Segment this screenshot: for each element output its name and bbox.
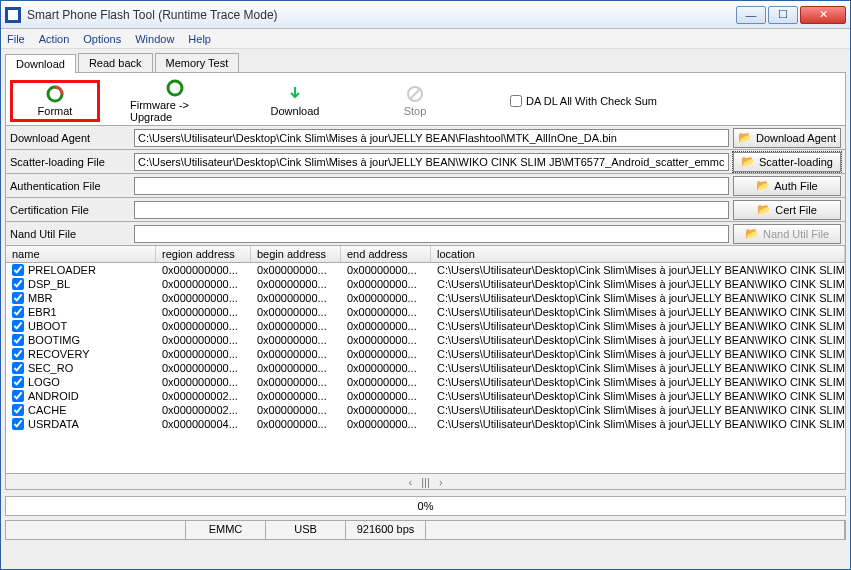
row-checkbox[interactable] [12, 348, 24, 360]
row-checkbox[interactable] [12, 334, 24, 346]
svg-line-5 [410, 89, 420, 99]
nand-button: 📂Nand Util File [733, 224, 841, 244]
row-name: CACHE [28, 404, 67, 416]
table-row[interactable]: PRELOADER 0x000000000... 0x00000000... 0… [6, 263, 845, 277]
stop-label: Stop [404, 105, 427, 117]
nand-label: Nand Util File [6, 228, 134, 240]
table-row[interactable]: EBR1 0x000000000... 0x00000000... 0x0000… [6, 305, 845, 319]
row-checkbox[interactable] [12, 320, 24, 332]
row-checkbox[interactable] [12, 418, 24, 430]
table-row[interactable]: UBOOT 0x000000000... 0x00000000... 0x000… [6, 319, 845, 333]
download-label: Download [271, 105, 320, 117]
da-input[interactable] [134, 129, 729, 147]
col-region[interactable]: region address [156, 246, 251, 262]
row-name: MBR [28, 292, 52, 304]
col-name[interactable]: name [6, 246, 156, 262]
row-checkbox[interactable] [12, 376, 24, 388]
download-button[interactable]: Download [250, 85, 340, 117]
col-end[interactable]: end address [341, 246, 431, 262]
row-location: C:\Users\Utilisateur\Desktop\Cink Slim\M… [431, 362, 845, 374]
table-row[interactable]: MBR 0x000000000... 0x00000000... 0x00000… [6, 291, 845, 305]
row-end: 0x00000000... [341, 348, 431, 360]
row-region: 0x000000000... [156, 264, 251, 276]
row-name: DSP_BL [28, 278, 70, 290]
nand-input[interactable] [134, 225, 729, 243]
row-name: BOOTIMG [28, 334, 80, 346]
row-checkbox[interactable] [12, 292, 24, 304]
row-location: C:\Users\Utilisateur\Desktop\Cink Slim\M… [431, 264, 845, 276]
tab-memorytest[interactable]: Memory Test [155, 53, 240, 72]
format-icon [46, 85, 64, 103]
row-location: C:\Users\Utilisateur\Desktop\Cink Slim\M… [431, 418, 845, 430]
row-name: EBR1 [28, 306, 57, 318]
row-end: 0x00000000... [341, 278, 431, 290]
row-checkbox[interactable] [12, 390, 24, 402]
tab-readback[interactable]: Read back [78, 53, 153, 72]
row-location: C:\Users\Utilisateur\Desktop\Cink Slim\M… [431, 292, 845, 304]
format-button[interactable]: Format [10, 80, 100, 122]
auth-button[interactable]: 📂Auth File [733, 176, 841, 196]
app-icon [5, 7, 21, 23]
row-begin: 0x00000000... [251, 376, 341, 388]
table-row[interactable]: DSP_BL 0x000000000... 0x00000000... 0x00… [6, 277, 845, 291]
row-name: UBOOT [28, 320, 67, 332]
upgrade-button[interactable]: Firmware -> Upgrade [130, 79, 220, 123]
stop-button[interactable]: Stop [370, 85, 460, 117]
row-location: C:\Users\Utilisateur\Desktop\Cink Slim\M… [431, 320, 845, 332]
row-region: 0x000000004... [156, 418, 251, 430]
auth-input[interactable] [134, 177, 729, 195]
scatter-input[interactable] [134, 153, 729, 171]
menu-file[interactable]: File [7, 33, 25, 45]
table-row[interactable]: LOGO 0x000000000... 0x00000000... 0x0000… [6, 375, 845, 389]
close-button[interactable]: ✕ [800, 6, 846, 24]
da-label: Download Agent [6, 132, 134, 144]
checksum-checkbox[interactable] [510, 95, 522, 107]
hscrollbar[interactable]: ‹ ||| › [5, 474, 846, 490]
minimize-button[interactable]: — [736, 6, 766, 24]
tab-download[interactable]: Download [5, 54, 76, 73]
upgrade-label: Firmware -> Upgrade [130, 99, 220, 123]
row-end: 0x00000000... [341, 264, 431, 276]
da-button[interactable]: 📂Download Agent [733, 128, 841, 148]
row-checkbox[interactable] [12, 278, 24, 290]
row-region: 0x000000000... [156, 362, 251, 374]
menu-action[interactable]: Action [39, 33, 70, 45]
table-row[interactable]: ANDROID 0x000000002... 0x00000000... 0x0… [6, 389, 845, 403]
menubar: File Action Options Window Help [1, 29, 850, 49]
row-region: 0x000000000... [156, 334, 251, 346]
menu-help[interactable]: Help [188, 33, 211, 45]
row-checkbox[interactable] [12, 404, 24, 416]
table-row[interactable]: USRDATA 0x000000004... 0x00000000... 0x0… [6, 417, 845, 431]
partition-table: name region address begin address end ad… [5, 246, 846, 474]
row-name: USRDATA [28, 418, 79, 430]
table-row[interactable]: CACHE 0x000000002... 0x00000000... 0x000… [6, 403, 845, 417]
titlebar: Smart Phone Flash Tool (Runtime Trace Mo… [1, 1, 850, 29]
cert-input[interactable] [134, 201, 729, 219]
folder-icon: 📂 [745, 227, 759, 240]
row-begin: 0x00000000... [251, 278, 341, 290]
table-row[interactable]: RECOVERY 0x000000000... 0x00000000... 0x… [6, 347, 845, 361]
folder-icon: 📂 [738, 131, 752, 144]
table-row[interactable]: BOOTIMG 0x000000000... 0x00000000... 0x0… [6, 333, 845, 347]
row-end: 0x00000000... [341, 418, 431, 430]
row-checkbox[interactable] [12, 264, 24, 276]
row-checkbox[interactable] [12, 362, 24, 374]
row-checkbox[interactable] [12, 306, 24, 318]
svg-point-3 [168, 81, 182, 95]
table-row[interactable]: SEC_RO 0x000000000... 0x00000000... 0x00… [6, 361, 845, 375]
cert-button[interactable]: 📂Cert File [733, 200, 841, 220]
row-location: C:\Users\Utilisateur\Desktop\Cink Slim\M… [431, 306, 845, 318]
row-region: 0x000000002... [156, 404, 251, 416]
maximize-button[interactable]: ☐ [768, 6, 798, 24]
scatter-button[interactable]: 📂Scatter-loading [733, 152, 841, 172]
row-end: 0x00000000... [341, 292, 431, 304]
menu-options[interactable]: Options [83, 33, 121, 45]
row-begin: 0x00000000... [251, 306, 341, 318]
row-begin: 0x00000000... [251, 334, 341, 346]
col-begin[interactable]: begin address [251, 246, 341, 262]
row-location: C:\Users\Utilisateur\Desktop\Cink Slim\M… [431, 376, 845, 388]
col-location[interactable]: location [431, 246, 845, 262]
cert-label: Certification File [6, 204, 134, 216]
menu-window[interactable]: Window [135, 33, 174, 45]
row-begin: 0x00000000... [251, 348, 341, 360]
